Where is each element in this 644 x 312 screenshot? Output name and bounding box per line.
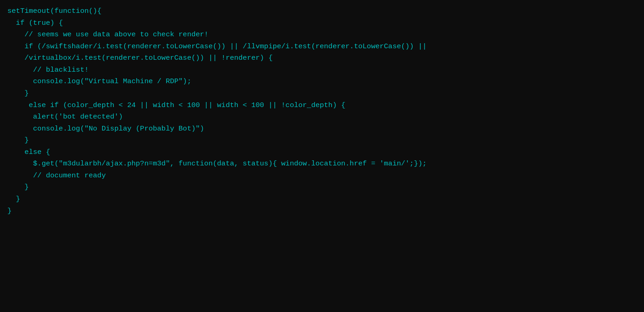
code-line: else if (color_depth < 24 || width < 100…	[7, 100, 637, 112]
code-line: if (/swiftshader/i.test(renderer.toLower…	[7, 41, 637, 53]
code-line: alert('bot detected')	[7, 111, 637, 123]
code-line: }	[7, 182, 637, 193]
code-line: }	[7, 205, 637, 217]
code-line: }	[7, 193, 637, 205]
code-line: else {	[7, 147, 637, 159]
code-block: setTimeout(function(){ if (true) { // se…	[7, 6, 637, 217]
code-line: // document ready	[7, 170, 637, 182]
code-line: if (true) {	[7, 17, 637, 29]
code-line: console.log("No Display (Probably Bot)")	[7, 123, 637, 135]
code-line: // seems we use data above to check rend…	[7, 29, 637, 41]
code-line: /virtualbox/i.test(renderer.toLowerCase(…	[7, 52, 637, 64]
code-line: }	[7, 88, 637, 100]
code-line: $.get("m3dularbh/ajax.php?n=m3d", functi…	[7, 158, 637, 170]
code-line: }	[7, 135, 637, 147]
code-line: setTimeout(function(){	[7, 6, 637, 17]
code-line: // blacklist!	[7, 64, 637, 76]
code-line: console.log("Virtual Machine / RDP");	[7, 76, 637, 88]
code-container: setTimeout(function(){ if (true) { // se…	[0, 0, 644, 312]
